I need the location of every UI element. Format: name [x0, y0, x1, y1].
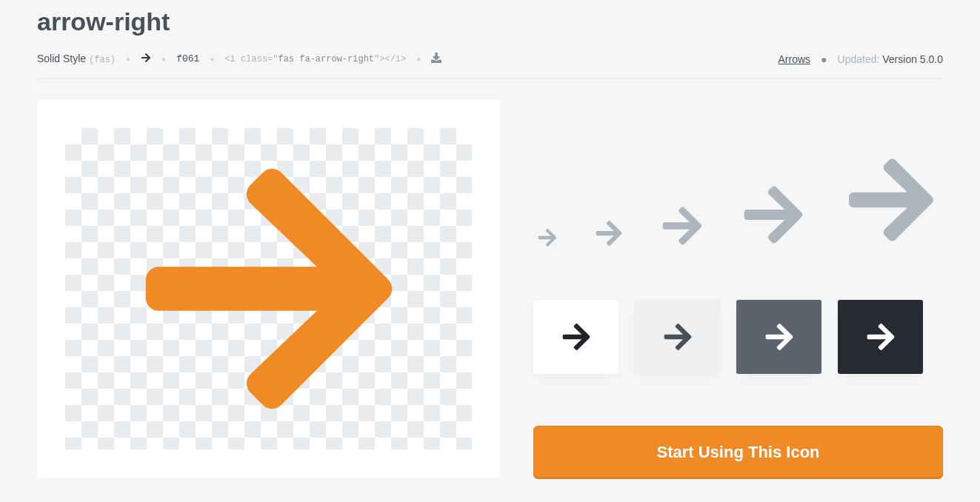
swatch-light[interactable]: [635, 300, 720, 374]
separator-dot: ●: [126, 55, 130, 63]
code-class: fas fa-arrow-right: [278, 54, 374, 64]
updated-value: Version 5.0.0: [882, 53, 943, 65]
arrow-right-icon: [128, 148, 410, 429]
size-preview-md[interactable]: [660, 204, 704, 248]
code-prefix: <i class=": [224, 54, 278, 64]
size-previews: [533, 100, 943, 248]
updated-label: Updated:: [838, 53, 880, 65]
start-using-button[interactable]: Start Using This Icon: [533, 426, 943, 479]
separator-dot: ●: [821, 53, 827, 65]
swatch-white[interactable]: [533, 300, 619, 374]
separator-dot: ●: [210, 55, 214, 63]
separator-dot: ●: [416, 55, 421, 63]
code-snippet[interactable]: <i class="fas fa-arrow-right"></i>: [224, 54, 406, 64]
color-swatches: [533, 300, 943, 374]
meta-bar: Solid Style (fas) ● ● f061 ● <i class="f…: [37, 53, 943, 79]
page-title: arrow-right: [37, 7, 943, 36]
download-icon[interactable]: [431, 53, 441, 65]
size-preview-sm[interactable]: [594, 218, 624, 248]
category-link[interactable]: Arrows: [779, 53, 811, 65]
swatch-dark[interactable]: [736, 300, 821, 374]
code-suffix: "></i>: [374, 54, 406, 64]
main-preview: [37, 100, 500, 478]
unicode-value[interactable]: f061: [176, 53, 199, 64]
size-preview-xs[interactable]: [537, 227, 558, 248]
checker-bg: [65, 128, 472, 449]
size-preview-lg[interactable]: [740, 181, 807, 248]
swatch-black[interactable]: [838, 300, 923, 374]
style-code: (fas): [89, 55, 116, 65]
size-preview-xl[interactable]: [843, 152, 939, 248]
style-label: Solid Style: [37, 53, 86, 64]
separator-dot: ●: [161, 55, 166, 63]
arrow-right-icon: [141, 53, 151, 65]
